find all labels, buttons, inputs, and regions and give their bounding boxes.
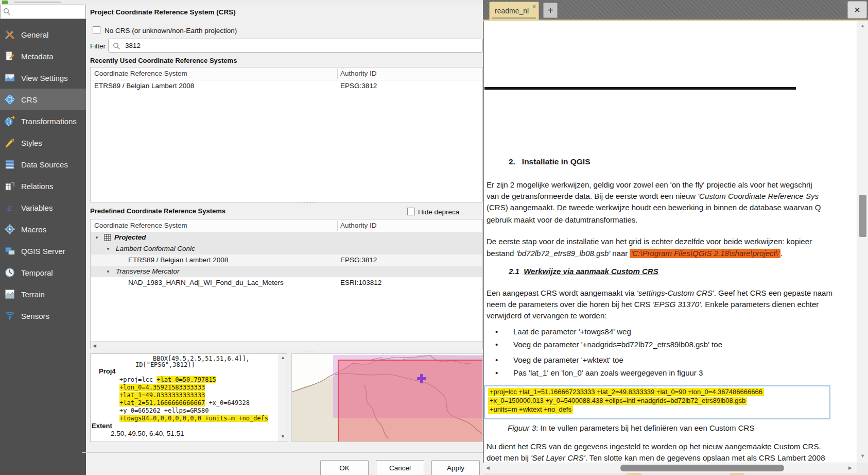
dialog-title: Project Coordinate Reference System (CRS… bbox=[90, 8, 236, 16]
recent-section-label: Recently Used Coordinate Reference Syste… bbox=[90, 57, 237, 64]
tree-subgroup-label: Lambert Conformal Conic bbox=[116, 245, 195, 252]
crs-authority: EPSG:3812 bbox=[340, 256, 377, 264]
highlighted-path: 'C:\Program Files\QGIS 2.18\share\projec… bbox=[630, 249, 780, 258]
sidebar-item-crs[interactable]: CRS bbox=[0, 89, 86, 110]
sidebar-item-data-sources[interactable]: Data Sources bbox=[0, 154, 86, 175]
doc-paragraph-line: van de getransformeerde data. Bij de eer… bbox=[487, 192, 857, 202]
sidebar-item-metadata[interactable]: Metadata bbox=[0, 45, 86, 67]
predefined-crs-table[interactable]: Coordinate Reference System Authority ID… bbox=[90, 219, 483, 349]
filter-value-input[interactable] bbox=[124, 40, 281, 51]
scroll-left-icon[interactable]: ◀ bbox=[486, 466, 490, 470]
scroll-right-icon[interactable]: ▶ bbox=[848, 466, 852, 470]
terrain-icon bbox=[4, 289, 15, 300]
doc-bullet-item: Laat de parameter '+towgs84' weg bbox=[513, 327, 631, 336]
wkt-line: ID["EPSG",3812]] bbox=[135, 361, 195, 368]
vscroll-thumb[interactable] bbox=[859, 195, 866, 237]
hide-deprecated-checkbox[interactable] bbox=[407, 208, 415, 215]
tree-row-transverse-mercator[interactable]: ▼ Transverse Mercator bbox=[91, 266, 482, 277]
table-hscrollbar[interactable]: ◀ bbox=[91, 341, 482, 349]
hscroll-thumb[interactable] bbox=[620, 465, 784, 471]
filter-input[interactable] bbox=[108, 39, 483, 53]
sidebar-item-label: Terrain bbox=[21, 290, 45, 299]
code-line: +proj=lcc +lat_1=51.166667233333 +lat_2=… bbox=[488, 388, 828, 397]
sidebar-item-label: Transformations bbox=[21, 117, 77, 126]
column-header-crs[interactable]: Coordinate Reference System bbox=[94, 222, 187, 229]
sidebar-item-sensors[interactable]: Sensors bbox=[0, 305, 86, 327]
cancel-button[interactable]: Cancel bbox=[376, 460, 424, 475]
proj4-line-2: +lon_0=4.35921583333333 bbox=[119, 384, 205, 391]
tree-row-lambert-conformal-conic[interactable]: ▼ Lambert Conformal Conic bbox=[91, 243, 482, 255]
page-break-line bbox=[484, 87, 796, 90]
sidebar-item-qgis-server[interactable]: QGIS Server bbox=[0, 240, 86, 262]
sidebar-item-macros[interactable]: Macros bbox=[0, 218, 86, 240]
sidebar-item-label: Metadata bbox=[21, 52, 54, 61]
doc-hscrollbar[interactable]: ◀ ▶ bbox=[483, 463, 857, 473]
sidebar-search-box[interactable] bbox=[0, 5, 86, 19]
tree-subgroup-label: Transverse Mercator bbox=[116, 267, 180, 275]
extent-value: 2.50, 49.50, 6.40, 51.51 bbox=[111, 430, 184, 437]
proj4-line-1: +proj=lcc +lat_0=50.797815 bbox=[119, 376, 216, 383]
chevron-down-icon[interactable]: ▼ bbox=[106, 269, 110, 274]
scroll-up-icon[interactable]: ▲ bbox=[281, 355, 285, 360]
doc-paragraph-line: gebruik maakt voor de datumtransformatie… bbox=[487, 215, 857, 226]
doc-paragraph-line: verwijderd of vervangen te worden: bbox=[487, 311, 857, 322]
tab-close-icon[interactable]: × bbox=[532, 3, 536, 10]
doc-paragraph-line: neem de parameters over die horen bij he… bbox=[487, 300, 857, 311]
tree-row-nad1983[interactable]: NAD_1983_HARN_Adj_WI_Fond_du_Lac_Meters … bbox=[91, 277, 482, 289]
scroll-down-icon[interactable]: ▼ bbox=[281, 434, 285, 439]
crs-authority: EPSG:3812 bbox=[340, 82, 377, 90]
no-crs-label: No CRS (or unknown/non-Earth projection) bbox=[105, 27, 237, 35]
code-line: +units=m +wktext +no_defs bbox=[488, 405, 828, 415]
window-close-button[interactable]: × bbox=[847, 1, 867, 19]
svg-text:ε: ε bbox=[7, 202, 12, 213]
no-crs-checkbox[interactable] bbox=[93, 26, 100, 34]
code-line: +x_0=150000.013 +y_0=5400088.438 +ellps=… bbox=[488, 397, 828, 406]
doc-bullet-item: Pas 'lat_1' en 'lon_0' aan zoals weergeg… bbox=[513, 368, 703, 377]
tab-underline bbox=[492, 18, 536, 19]
column-header-authority[interactable]: Authority ID bbox=[340, 70, 377, 77]
tab-readme-nl[interactable]: readme_nl × bbox=[489, 2, 539, 20]
crs-name: NAD_1983_HARN_Adj_WI_Fond_du_Lac_Meters bbox=[128, 279, 284, 286]
new-tab-button[interactable]: + bbox=[543, 3, 558, 18]
table-row[interactable]: ETRS89 / Belgian Lambert 2008 EPSG:3812 bbox=[91, 80, 482, 92]
table-header[interactable]: Coordinate Reference System Authority ID bbox=[91, 219, 482, 232]
sidebar-item-label: CRS bbox=[21, 95, 38, 104]
sidebar-search-input[interactable] bbox=[13, 6, 84, 18]
sidebar-item-temporal[interactable]: Temporal bbox=[0, 262, 86, 283]
column-header-authority[interactable]: Authority ID bbox=[340, 222, 377, 229]
doc-paragraph-line: (CRS) aangemaakt. De tweede werkwijze ho… bbox=[487, 203, 857, 214]
sidebar-item-variables[interactable]: ε Variables bbox=[0, 197, 86, 218]
recent-crs-table[interactable]: Coordinate Reference System Authority ID… bbox=[90, 67, 483, 202]
sidebar-item-relations[interactable]: Relations bbox=[0, 175, 86, 197]
scroll-down-icon[interactable]: ▼ bbox=[860, 454, 865, 459]
sidebar-item-styles[interactable]: Styles bbox=[0, 132, 86, 154]
sidebar-item-label: View Settings bbox=[21, 74, 68, 82]
sidebar-item-terrain[interactable]: Terrain bbox=[0, 283, 86, 305]
button-area-divider bbox=[82, 452, 483, 453]
sidebar-item-label: Macros bbox=[21, 225, 46, 234]
chevron-down-icon[interactable]: ▼ bbox=[106, 247, 110, 251]
tree-row-etrs89-belgian-lambert[interactable]: ETRS89 / Belgian Lambert 2008 EPSG:3812 bbox=[91, 255, 482, 266]
apply-button[interactable]: Apply bbox=[431, 460, 480, 475]
tree-row-projected[interactable]: ▼ Projected bbox=[91, 232, 482, 243]
doc-vscrollbar[interactable]: ▲ ▼ bbox=[857, 21, 868, 463]
column-header-crs[interactable]: Coordinate Reference System bbox=[94, 70, 187, 77]
scroll-left-icon[interactable]: ◀ bbox=[93, 344, 96, 348]
sidebar-item-view-settings[interactable]: View Settings bbox=[0, 67, 86, 89]
chevron-down-icon[interactable]: ▼ bbox=[95, 235, 99, 240]
table-header[interactable]: Coordinate Reference System Authority ID bbox=[91, 67, 482, 80]
doc-bullet-item: Voeg de parameter '+nadgrids=bd72lb72_et… bbox=[513, 340, 722, 349]
search-icon bbox=[113, 42, 120, 50]
view-settings-icon bbox=[4, 72, 15, 83]
sidebar-item-label: Styles bbox=[21, 139, 42, 147]
sensors-icon bbox=[4, 310, 15, 321]
ok-button[interactable]: OK bbox=[320, 460, 369, 475]
sidebar-item-general[interactable]: General bbox=[0, 24, 86, 45]
details-vscrollbar[interactable]: ▲ ▼ bbox=[279, 354, 287, 442]
window-top-strip bbox=[0, 0, 483, 5]
sidebar-item-transformations[interactable]: Transformations bbox=[0, 110, 86, 132]
scroll-up-icon[interactable]: ▲ bbox=[860, 24, 865, 28]
splitter-grip[interactable]: ······ bbox=[301, 200, 318, 206]
column-divider bbox=[337, 220, 338, 231]
proj4-line-6: +towgs84=0,0,0,0,0,0,0 +units=m +no_defs bbox=[119, 415, 268, 422]
